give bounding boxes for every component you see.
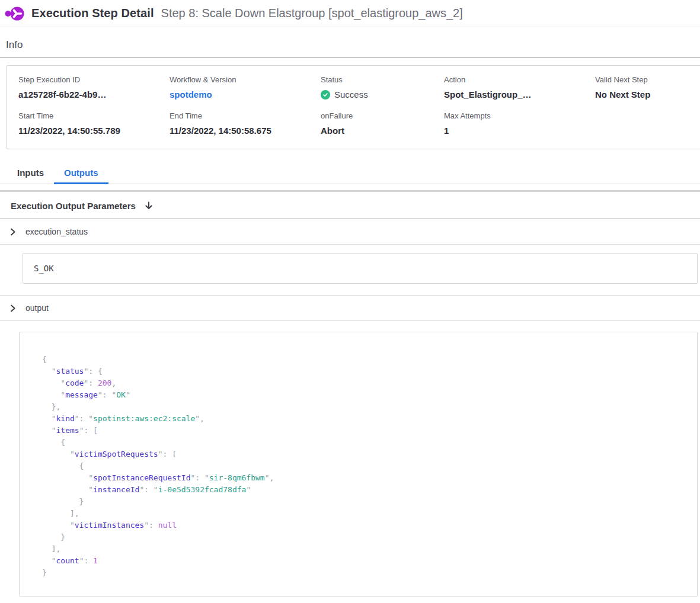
field-label: onFailure: [321, 111, 444, 120]
param-name: output: [25, 303, 49, 313]
code-line: ],: [42, 508, 685, 519]
field-label: Valid Next Step: [595, 75, 700, 84]
output-parameters-title: Execution Output Parameters: [11, 201, 136, 211]
field-value: 11/23/2022, 14:50:55.789: [18, 126, 170, 136]
chevron-right-icon: [8, 304, 17, 313]
field-valid-next-step: Valid Next Step No Next Step: [595, 75, 700, 100]
spot-logo-icon: [5, 5, 24, 22]
code-line: }: [42, 567, 685, 579]
code-line: "message": "OK": [42, 389, 685, 401]
info-card: Step Execution ID a125728f-6b22-4b9… Wor…: [6, 65, 700, 149]
page-title: Execution Step Detail: [31, 7, 154, 20]
code-line: "instanceId": "i-0e5d5392fcad78dfa": [42, 484, 685, 496]
code-line: }: [42, 531, 685, 543]
code-line: "count": 1: [42, 555, 685, 567]
output-json-box: { "status": { "code": 200, "message": "O…: [19, 332, 698, 596]
field-label: Action: [444, 75, 595, 84]
code-line: },: [42, 401, 685, 413]
field-workflow-version: Workflow & Version spotdemo: [170, 75, 321, 100]
field-label: Status: [321, 75, 444, 84]
field-label: Start Time: [18, 111, 170, 120]
field-max-attempts: Max Attempts 1: [444, 111, 595, 136]
code-line: "items": [: [42, 425, 685, 437]
param-name: execution_status: [25, 227, 88, 236]
success-check-icon: [321, 90, 330, 100]
field-label: Step Execution ID: [18, 75, 170, 84]
field-label: Workflow & Version: [170, 75, 321, 84]
field-value: Spot_Elastigroup_…: [444, 89, 595, 100]
field-start-time: Start Time 11/23/2022, 14:50:55.789: [18, 111, 170, 136]
info-heading: Info: [0, 27, 700, 57]
field-onfailure: onFailure Abort: [321, 111, 444, 136]
code-line: "victimSpotRequests": [: [42, 448, 685, 460]
tab-inputs[interactable]: Inputs: [7, 162, 54, 184]
tab-outputs[interactable]: Outputs: [54, 162, 108, 184]
field-value: 11/23/2022, 14:50:58.675: [170, 126, 321, 136]
code-line: "kind": "spotinst:aws:ec2:scale",: [42, 413, 685, 425]
code-line: {: [42, 354, 685, 365]
code-line: "victimInstances": null: [42, 519, 685, 531]
download-icon[interactable]: [144, 201, 154, 211]
status-badge: Success: [334, 89, 368, 100]
output-parameters-header: Execution Output Parameters: [0, 192, 700, 219]
code-line: {: [42, 437, 685, 448]
field-end-time: End Time 11/23/2022, 14:50:58.675: [170, 111, 321, 136]
info-grid: Step Execution ID a125728f-6b22-4b9… Wor…: [18, 75, 700, 136]
code-line: {: [42, 460, 685, 472]
info-divider: [0, 57, 700, 58]
tab-bar: Inputs Outputs: [0, 162, 700, 184]
page-header: Execution Step Detail Step 8: Scale Down…: [0, 0, 700, 27]
field-label: End Time: [170, 111, 321, 120]
field-value: No Next Step: [595, 89, 700, 100]
field-action: Action Spot_Elastigroup_…: [444, 75, 595, 100]
page-subtitle: Step 8: Scale Down Elastgroup [spot_elas…: [161, 7, 463, 20]
param-row-execution-status[interactable]: execution_status: [0, 219, 700, 245]
field-value: 1: [444, 126, 595, 136]
code-line: "spotInstanceRequestId": "sir-8qm6fbwm",: [42, 472, 685, 484]
code-line: "status": {: [42, 365, 685, 377]
chevron-right-icon: [8, 227, 17, 236]
execution-status-value: S_OK: [23, 253, 698, 284]
field-step-execution-id: Step Execution ID a125728f-6b22-4b9…: [18, 75, 170, 100]
field-status: Status Success: [321, 75, 444, 100]
code-line: ],: [42, 543, 685, 555]
param-row-output[interactable]: output: [0, 296, 700, 321]
field-label: Max Attempts: [444, 111, 595, 120]
code-line: }: [42, 496, 685, 508]
code-line: "code": 200,: [42, 377, 685, 389]
workflow-link[interactable]: spotdemo: [170, 89, 212, 100]
field-value: a125728f-6b22-4b9…: [18, 89, 170, 100]
json-code: { "status": { "code": 200, "message": "O…: [42, 354, 685, 579]
field-value: Abort: [321, 126, 444, 136]
